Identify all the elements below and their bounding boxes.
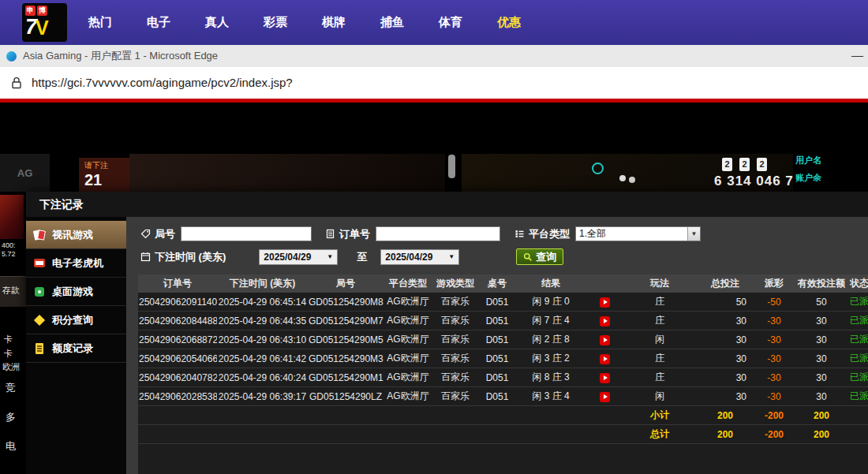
bet-records-panel: 下注记录 视讯游戏 电子老虎机 桌面游戏 积分查询 xyxy=(26,192,868,474)
url-bar[interactable]: https://gci.7vvvvvv.com/agingame/pcv2/in… xyxy=(0,67,868,99)
cell-platform: AG欧洲厅 xyxy=(383,349,432,368)
dice-icon xyxy=(33,286,47,298)
nav-item-promo[interactable]: 优惠 xyxy=(497,15,521,30)
left-fragment: 卡 xyxy=(4,348,13,360)
cell-round-id: GD051254290M7 xyxy=(308,312,383,330)
left-fragment: 400: xyxy=(2,241,16,249)
browser-title-bar: Asia Gaming - 用户配置 1 - Microsoft Edge — xyxy=(0,45,868,67)
cell-game-type: 百家乐 xyxy=(432,293,478,312)
cell-round-id: GD051254290M8 xyxy=(308,293,383,312)
menu-item-slot-machines[interactable]: 电子老虎机 xyxy=(26,249,126,278)
header-row: 订单号 下注时间 (美东) 局号 平台类型 游戏类型 桌号 结果 玩法 总投注 xyxy=(138,274,868,293)
left-fragment: 存款 xyxy=(2,285,20,297)
cell-bet-time: 2025-04-29 06:41:42 xyxy=(217,349,308,368)
col-header: 总投注 xyxy=(696,274,754,293)
col-header: 结果 xyxy=(516,274,586,293)
panel-title: 下注记录 xyxy=(26,192,868,217)
cell-table-id: D051 xyxy=(478,330,516,349)
query-button-label: 查询 xyxy=(536,250,556,264)
subtotal-payout: -200 xyxy=(754,406,794,425)
cell-result: 闲 2 庄 8 xyxy=(516,330,586,349)
countdown-value: 21 xyxy=(79,171,129,188)
nav-item-live[interactable]: 真人 xyxy=(205,15,229,30)
table-row: 2504290620911402025-04-29 06:45:14GD0512… xyxy=(138,293,868,312)
side-menu: 视讯游戏 电子老虎机 桌面游戏 积分查询 额度记录 xyxy=(26,217,126,474)
page-stage: AG 请下注 21 2 2 2 6 314 046 7 用户名 账户余 400:… xyxy=(0,103,868,474)
menu-item-label: 桌面游戏 xyxy=(52,285,93,299)
menu-item-points-query[interactable]: 积分查询 xyxy=(26,306,126,334)
minimize-button[interactable]: — xyxy=(851,48,863,62)
cell-valid-bet: 30 xyxy=(794,330,849,349)
order-label: 订单号 xyxy=(325,227,370,241)
lobby-image-left xyxy=(129,154,445,192)
cell-platform: AG欧洲厅 xyxy=(383,368,432,387)
cell-side: 庄 xyxy=(623,312,696,330)
cell-side: 庄 xyxy=(623,293,696,312)
cell-payout: -30 xyxy=(754,330,794,349)
table-row: 2504290620407822025-04-29 06:40:24GD0512… xyxy=(138,368,868,387)
cell-order-id: 250429062028538 xyxy=(138,387,217,406)
diamond-icon xyxy=(33,314,47,327)
cell-bet-time: 2025-04-29 06:43:10 xyxy=(217,330,308,349)
left-fragment: 竞 xyxy=(6,381,16,395)
document-icon xyxy=(33,342,47,355)
table-row: 2504290620844882025-04-29 06:44:35GD0512… xyxy=(138,312,868,330)
platform-select[interactable]: 1.全部 ▼ xyxy=(575,226,701,241)
cell-side: 庄 xyxy=(623,349,696,368)
refresh-ring-icon xyxy=(592,162,604,174)
menu-item-video-games[interactable]: 视讯游戏 xyxy=(26,221,126,249)
col-header: 平台类型 xyxy=(383,274,432,293)
col-header: 局号 xyxy=(308,274,383,293)
left-fragment: 电 xyxy=(6,439,16,453)
replay-button[interactable] xyxy=(600,354,610,364)
nav-item-slots[interactable]: 电子 xyxy=(147,15,170,30)
replay-button[interactable] xyxy=(600,316,610,327)
nav-item-chess[interactable]: 棋牌 xyxy=(322,15,346,30)
date-to-picker[interactable]: 2025/04/29 ▼ xyxy=(380,249,459,265)
replay-button[interactable] xyxy=(600,392,610,402)
nav-item-hot[interactable]: 热门 xyxy=(88,15,112,30)
cell-payout: -30 xyxy=(754,312,794,330)
cell-status: 已派彩 xyxy=(849,349,868,368)
col-header: 桌号 xyxy=(478,274,516,293)
cell-status: 已派彩 xyxy=(849,330,868,349)
cell-total-bet: 30 xyxy=(696,368,754,387)
replay-button[interactable] xyxy=(600,297,610,308)
cell-status: 已派彩 xyxy=(849,387,868,406)
menu-item-table-games[interactable]: 桌面游戏 xyxy=(26,278,126,306)
order-input[interactable] xyxy=(376,226,500,241)
col-header: 派彩 xyxy=(754,274,794,293)
nav-items: 热门 电子 真人 彩票 棋牌 捕鱼 体育 优惠 xyxy=(88,0,521,45)
date-from-value: 2025/04/29 xyxy=(264,252,311,263)
replay-button[interactable] xyxy=(600,335,610,345)
menu-item-credit-records[interactable]: 额度记录 xyxy=(26,334,126,363)
table-row: 2504290620285382025-04-29 06:39:17GD0512… xyxy=(138,387,868,406)
nav-item-sports[interactable]: 体育 xyxy=(439,15,462,30)
cell-total-bet: 50 xyxy=(696,293,754,312)
query-button[interactable]: 查询 xyxy=(516,248,563,265)
cell-order-id: 250429062091140 xyxy=(138,293,217,312)
cell-bet-time: 2025-04-29 06:44:35 xyxy=(217,312,308,330)
slot-machine-icon xyxy=(33,257,47,270)
cell-order-id: 250429062084488 xyxy=(138,312,217,330)
menu-item-label: 积分查询 xyxy=(52,313,93,327)
round-input[interactable] xyxy=(181,226,312,241)
site-logo[interactable]: 申 博 7 V xyxy=(22,3,67,42)
left-fragment: 多 xyxy=(6,410,16,424)
cell-game-type: 百家乐 xyxy=(432,349,478,368)
scrollbar-fragment[interactable] xyxy=(448,155,455,178)
replay-cell xyxy=(586,330,623,349)
cell-platform: AG欧洲厅 xyxy=(383,293,432,312)
calendar-icon xyxy=(140,252,151,262)
nav-item-fishing[interactable]: 捕鱼 xyxy=(380,15,404,30)
cell-table-id: D051 xyxy=(478,387,516,406)
menu-item-label: 视讯游戏 xyxy=(52,228,93,242)
chevron-down-icon: ▼ xyxy=(448,253,455,260)
replay-button[interactable] xyxy=(600,373,610,383)
date-from-picker[interactable]: 2025/04/29 ▼ xyxy=(259,249,338,265)
cell-platform: AG欧洲厅 xyxy=(383,312,432,330)
ag-logo-fragment: AG xyxy=(0,154,50,192)
cell-valid-bet: 30 xyxy=(794,312,849,330)
url-text[interactable]: https://gci.7vvvvvv.com/agingame/pcv2/in… xyxy=(32,67,293,99)
nav-item-lottery[interactable]: 彩票 xyxy=(264,15,287,30)
